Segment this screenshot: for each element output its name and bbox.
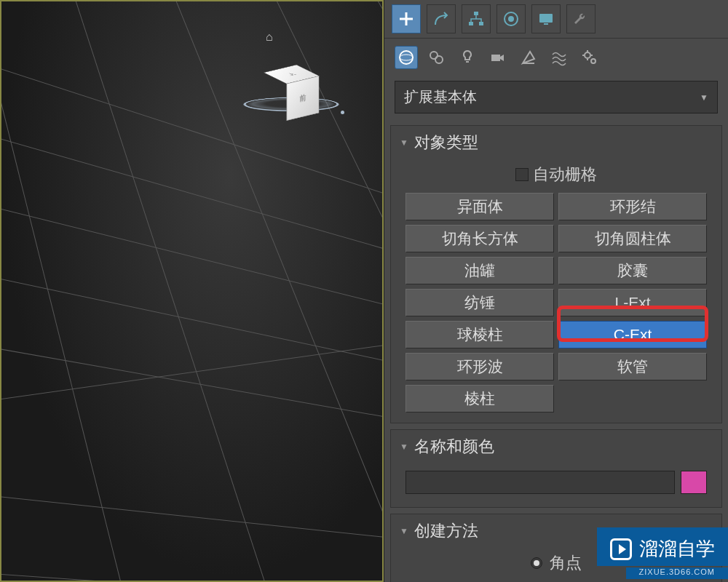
sphere-icon — [397, 49, 415, 66]
hierarchy-tab[interactable] — [462, 4, 491, 33]
type-btn-hedra[interactable]: 异面体 — [405, 193, 554, 220]
motion-tab[interactable] — [496, 4, 526, 33]
watermark-url: ZIXUE.3D66.COM — [626, 567, 728, 579]
hierarchy-icon — [467, 9, 486, 28]
object-type-rollout: ▼ 对象类型 自动栅格 异面体 环形结 切角长方体 切角圆柱体 油罐 胶囊 纺锤… — [390, 125, 722, 423]
type-btn-oiltank[interactable]: 油罐 — [405, 257, 554, 284]
svg-point-8 — [400, 55, 413, 60]
chevron-down-icon: ▼ — [700, 92, 708, 103]
camera-icon — [489, 49, 507, 66]
svg-rect-5 — [539, 14, 553, 23]
light-icon — [459, 49, 476, 66]
type-btn-lext[interactable]: L-Ext — [558, 289, 707, 316]
modify-tab[interactable] — [427, 4, 456, 33]
rollout-title: 创建方法 — [414, 520, 478, 542]
object-type-grid: 异面体 环形结 切角长方体 切角圆柱体 油罐 胶囊 纺锤 L-Ext 球棱柱 C… — [405, 193, 707, 412]
type-btn-prism[interactable]: 棱柱 — [405, 385, 554, 412]
svg-rect-11 — [491, 55, 500, 61]
svg-rect-2 — [479, 22, 483, 25]
rollout-title: 对象类型 — [414, 132, 478, 154]
svg-point-13 — [591, 59, 596, 63]
motion-icon — [502, 9, 521, 28]
svg-point-12 — [585, 52, 590, 58]
object-name-input[interactable] — [405, 471, 675, 494]
dropdown-label: 扩展基本体 — [404, 87, 477, 107]
display-tab[interactable] — [531, 4, 561, 33]
svg-rect-6 — [544, 23, 548, 25]
corner-radio[interactable] — [531, 557, 542, 569]
watermark-text: 溜溜自学 — [639, 536, 715, 562]
type-btn-chamfercyl[interactable]: 切角圆柱体 — [558, 225, 707, 252]
home-icon[interactable]: ⌂ — [266, 31, 273, 44]
watermark: 溜溜自学 — [597, 527, 728, 566]
svg-point-7 — [400, 51, 413, 64]
svg-point-10 — [435, 56, 443, 63]
autogrid-checkbox[interactable] — [515, 168, 529, 181]
chevron-down-icon: ▼ — [400, 137, 408, 148]
type-btn-capsule[interactable]: 胶囊 — [558, 257, 707, 284]
chevron-down-icon: ▼ — [400, 442, 408, 452]
plus-icon — [397, 9, 416, 28]
name-color-header[interactable]: ▼ 名称和颜色 — [391, 430, 721, 463]
modify-icon — [432, 9, 451, 28]
geometry-subcategory-dropdown[interactable]: 扩展基本体 ▼ — [395, 81, 718, 113]
type-btn-ringwave[interactable]: 环形波 — [405, 353, 554, 380]
cameras-category[interactable] — [486, 46, 510, 69]
svg-rect-1 — [469, 22, 473, 25]
name-color-rollout: ▼ 名称和颜色 — [390, 429, 722, 508]
spacewarp-icon — [550, 49, 568, 66]
shapes-category[interactable] — [425, 46, 448, 69]
helpers-category[interactable] — [517, 46, 540, 69]
type-btn-hose[interactable]: 软管 — [558, 353, 707, 380]
svg-rect-0 — [474, 12, 478, 15]
type-btn-torusknot[interactable]: 环形结 — [558, 193, 707, 220]
play-icon — [610, 538, 632, 560]
object-color-swatch[interactable] — [681, 471, 707, 494]
object-type-header[interactable]: ▼ 对象类型 — [391, 126, 721, 159]
geometry-category[interactable] — [395, 46, 418, 69]
shapes-icon — [428, 49, 446, 66]
viewcube-ring-dot — [341, 111, 344, 114]
create-categories — [384, 39, 728, 76]
gear-icon — [581, 49, 598, 66]
systems-category[interactable] — [578, 46, 601, 69]
type-btn-chamferbox[interactable]: 切角长方体 — [405, 225, 554, 252]
svg-point-4 — [508, 16, 514, 22]
command-panel-tabs — [384, 0, 728, 39]
radio-label: 角点 — [550, 552, 582, 574]
autogrid-label: 自动栅格 — [533, 164, 597, 186]
type-btn-gengon[interactable]: 球棱柱 — [405, 321, 554, 348]
type-btn-spindle[interactable]: 纺锤 — [405, 289, 554, 316]
display-icon — [537, 9, 555, 28]
rollout-title: 名称和颜色 — [414, 436, 494, 458]
command-panel: 扩展基本体 ▼ ▼ 对象类型 自动栅格 异面体 环形结 切角长方体 切角圆柱体 … — [384, 0, 728, 582]
chevron-down-icon: ▼ — [400, 526, 408, 536]
utilities-tab[interactable] — [566, 4, 596, 33]
spacewarps-category[interactable] — [547, 46, 571, 69]
viewcube[interactable]: ⌂ 上 前 右 — [244, 45, 339, 140]
viewcube-front[interactable]: 前 — [286, 76, 319, 121]
helper-icon — [520, 49, 537, 66]
create-tab[interactable] — [392, 4, 421, 33]
lights-category[interactable] — [456, 46, 479, 69]
type-btn-cext[interactable]: C-Ext — [558, 321, 707, 348]
wrench-icon — [571, 9, 590, 28]
viewport[interactable]: ⌂ 上 前 右 — [0, 0, 384, 582]
